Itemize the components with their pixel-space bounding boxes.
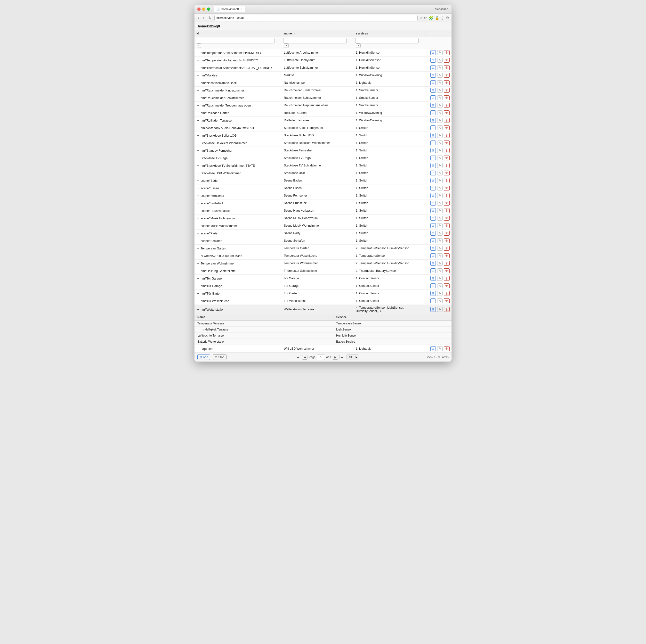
row-edit-button[interactable]: ✎ [437, 276, 443, 281]
row-add-button[interactable]: ⊞ [430, 231, 436, 236]
row-edit-button[interactable]: ✎ [437, 88, 443, 93]
row-add-button[interactable]: ⊞ [430, 261, 436, 266]
row-delete-button[interactable]: 🗑 [444, 148, 450, 153]
expand-button[interactable]: + [196, 81, 200, 85]
filter-services-clear[interactable]: × [356, 43, 360, 48]
refresh-icon[interactable]: ⟳ [424, 16, 427, 20]
expand-button[interactable]: + [196, 111, 200, 115]
row-add-button[interactable]: ⊞ [430, 73, 436, 78]
expand-button[interactable]: + [196, 58, 200, 62]
add-button[interactable]: ⊞ Add [197, 355, 210, 360]
expand-button[interactable]: + [196, 103, 200, 107]
filter-name-input[interactable] [283, 38, 346, 43]
settings-icon[interactable]: ⚙ [446, 16, 449, 20]
expand-button[interactable]: + [196, 164, 200, 167]
expand-button[interactable]: + [196, 201, 200, 205]
row-delete-button[interactable]: 🗑 [444, 50, 450, 55]
expand-button[interactable]: + [196, 254, 200, 258]
expand-button[interactable]: + [196, 347, 200, 351]
row-delete-button[interactable]: 🗑 [444, 193, 450, 198]
row-delete-button[interactable]: 🗑 [444, 133, 450, 138]
row-edit-button[interactable]: ✎ [437, 50, 443, 55]
row-edit-button[interactable]: ✎ [437, 268, 443, 273]
row-edit-button[interactable]: ✎ [437, 253, 443, 258]
filter-id-clear[interactable]: × [197, 43, 201, 48]
reload-button[interactable]: ↻ [207, 15, 212, 21]
row-delete-button[interactable]: 🗑 [444, 141, 450, 145]
first-page-button[interactable]: ⏮ [295, 355, 301, 359]
expand-button[interactable]: − [196, 307, 200, 311]
row-edit-button[interactable]: ✎ [437, 246, 443, 251]
row-delete-button[interactable]: 🗑 [444, 201, 450, 205]
forward-button[interactable]: › [202, 15, 205, 21]
row-delete-button[interactable]: 🗑 [444, 103, 450, 108]
row-edit-button[interactable]: ✎ [437, 193, 443, 198]
row-add-button[interactable]: ⊞ [430, 193, 436, 198]
row-add-button[interactable]: ⊞ [430, 223, 436, 228]
row-add-button[interactable]: ⊞ [430, 133, 436, 138]
expand-button[interactable]: + [196, 186, 200, 190]
row-edit-button[interactable]: ✎ [437, 298, 443, 303]
expand-button[interactable]: + [196, 179, 200, 182]
row-add-button[interactable]: ⊞ [430, 58, 436, 63]
row-edit-button[interactable]: ✎ [437, 231, 443, 236]
row-delete-button[interactable]: 🗑 [444, 346, 450, 351]
row-delete-button[interactable]: 🗑 [444, 307, 450, 312]
row-add-button[interactable]: ⊞ [430, 201, 436, 205]
expand-button[interactable]: + [196, 299, 200, 303]
expand-button[interactable]: + [196, 246, 200, 250]
row-delete-button[interactable]: 🗑 [444, 231, 450, 236]
row-add-button[interactable]: ⊞ [430, 163, 436, 168]
row-add-button[interactable]: ⊞ [430, 95, 436, 100]
row-edit-button[interactable]: ✎ [437, 148, 443, 153]
page-number-input[interactable] [317, 355, 325, 360]
col-header-services[interactable]: services [354, 30, 426, 37]
stop-button[interactable]: ⊙ Stop [213, 355, 226, 360]
row-add-button[interactable]: ⊞ [430, 178, 436, 183]
row-add-button[interactable]: ⊞ [430, 171, 436, 175]
row-edit-button[interactable]: ✎ [437, 110, 443, 115]
row-add-button[interactable]: ⊞ [430, 208, 436, 213]
expand-button[interactable]: + [196, 149, 200, 153]
row-add-button[interactable]: ⊞ [430, 110, 436, 115]
row-edit-button[interactable]: ✎ [437, 223, 443, 228]
row-delete-button[interactable]: 🗑 [444, 216, 450, 220]
row-add-button[interactable]: ⊞ [430, 346, 436, 351]
row-edit-button[interactable]: ✎ [437, 283, 443, 288]
tab-close-icon[interactable]: ✕ [240, 7, 242, 11]
row-delete-button[interactable]: 🗑 [444, 268, 450, 273]
row-edit-button[interactable]: ✎ [437, 80, 443, 85]
expand-button[interactable]: + [196, 261, 200, 265]
minimize-button[interactable] [202, 7, 205, 11]
row-add-button[interactable]: ⊞ [430, 276, 436, 281]
row-delete-button[interactable]: 🗑 [444, 118, 450, 123]
expand-button[interactable]: + [196, 141, 200, 145]
row-edit-button[interactable]: ✎ [437, 307, 443, 312]
expand-button[interactable]: + [196, 171, 200, 175]
row-edit-button[interactable]: ✎ [437, 103, 443, 108]
col-header-id[interactable]: id [195, 30, 282, 37]
expand-button[interactable]: + [196, 231, 200, 235]
row-add-button[interactable]: ⊞ [430, 118, 436, 123]
row-add-button[interactable]: ⊞ [430, 50, 436, 55]
row-edit-button[interactable]: ✎ [437, 346, 443, 351]
expand-button[interactable]: + [196, 216, 200, 220]
row-edit-button[interactable]: ✎ [437, 95, 443, 100]
expand-button[interactable]: + [196, 133, 200, 137]
row-add-button[interactable]: ⊞ [430, 65, 436, 70]
row-delete-button[interactable]: 🗑 [444, 186, 450, 190]
row-edit-button[interactable]: ✎ [437, 125, 443, 130]
filter-name-clear[interactable]: × [284, 43, 288, 48]
row-delete-button[interactable]: 🗑 [444, 276, 450, 281]
next-page-button[interactable]: ▶ [333, 355, 338, 360]
col-header-name[interactable]: name ↑ [282, 30, 354, 37]
row-add-button[interactable]: ⊞ [430, 307, 436, 312]
row-edit-button[interactable]: ✎ [437, 163, 443, 168]
row-edit-button[interactable]: ✎ [437, 208, 443, 213]
row-delete-button[interactable]: 🗑 [444, 208, 450, 213]
expand-button[interactable]: + [196, 284, 200, 288]
row-add-button[interactable]: ⊞ [430, 216, 436, 220]
row-delete-button[interactable]: 🗑 [444, 291, 450, 296]
expand-button[interactable]: + [196, 156, 200, 160]
row-edit-button[interactable]: ✎ [437, 178, 443, 183]
